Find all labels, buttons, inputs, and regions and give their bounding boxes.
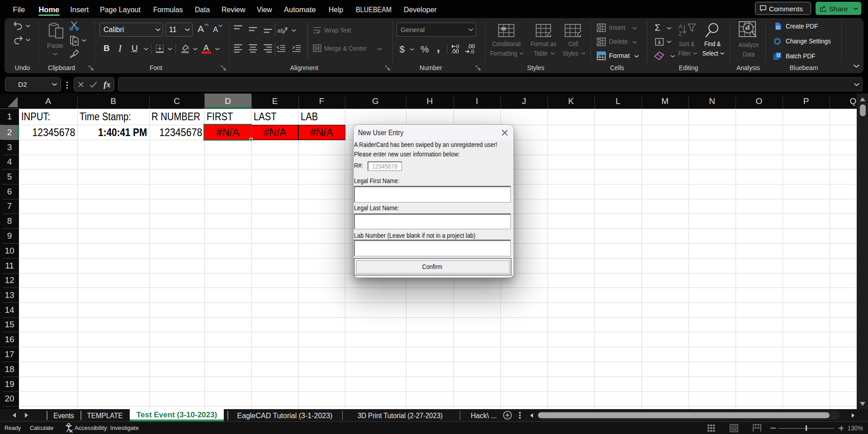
svg-text:.0: .0 [470, 49, 474, 54]
svg-text:Z: Z [679, 30, 682, 37]
svg-text:ab: ab [277, 27, 283, 34]
svg-text:.00: .00 [451, 48, 459, 54]
svg-text:A: A [679, 23, 683, 30]
